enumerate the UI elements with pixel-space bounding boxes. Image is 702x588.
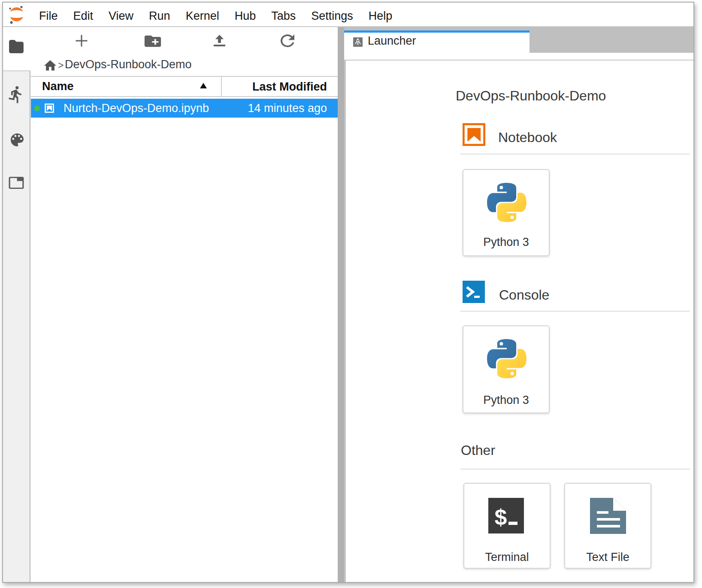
svg-text:$: $ bbox=[495, 505, 507, 530]
